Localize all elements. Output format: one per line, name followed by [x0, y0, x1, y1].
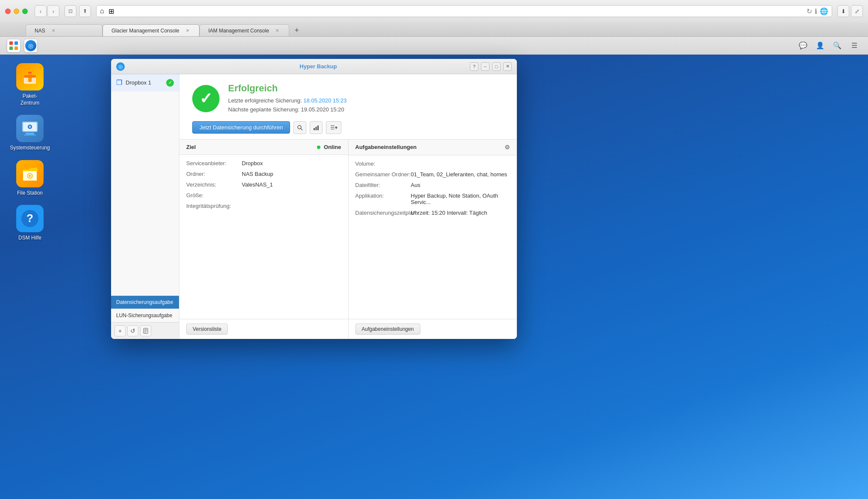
hyper-backup-icon: ◎: [25, 40, 36, 51]
aufgaben-settings-icon[interactable]: ⚙: [504, 144, 510, 151]
svg-point-14: [29, 125, 31, 128]
traffic-lights: [5, 9, 28, 14]
hb-sidebar: ❐ Dropbox 1 ✓ Datensicherungsaufgabe LUN…: [111, 74, 179, 339]
download-icon-btn[interactable]: ⬇: [837, 5, 849, 17]
restore-button[interactable]: □: [492, 62, 501, 71]
svg-rect-3: [15, 47, 18, 50]
table-row: Dateifilter: Aus: [355, 182, 510, 188]
table-row: Volume:: [355, 160, 510, 167]
tab-nas[interactable]: NAS ✕: [26, 24, 103, 36]
aufgabeneinstellungen-button[interactable]: Aufgabeneinstellungen: [355, 324, 420, 335]
svg-rect-0: [9, 41, 13, 45]
aufgaben-panel: Aufgabeneinstellungen ⚙ Volume: Gemeinsa…: [349, 140, 517, 339]
user-button[interactable]: 👤: [813, 39, 827, 53]
serviceanbieter-label: Serviceanbieter:: [186, 160, 242, 166]
status-area: ✓ Erfolgreich Letzte erfolgreiche Sicher…: [179, 74, 517, 121]
reload-icon[interactable]: ↻: [806, 7, 812, 15]
desktop-icons: Paket- Zentrum Systemsteuerung: [13, 63, 47, 242]
last-backup-label: Letzte erfolgreiche Sicherung:: [228, 97, 302, 104]
title-bar: ‹ › ⊡ ⬆ ⌂ ⊞ ↻ ℹ 🌐 ⬇ ⤢: [0, 0, 868, 22]
search-button[interactable]: 🔍: [830, 39, 844, 53]
desktop-icon-dsm-hilfe[interactable]: ? DSM Hilfe: [13, 205, 47, 242]
versionsliste-button[interactable]: Versionsliste: [186, 324, 228, 335]
log-icon: [143, 328, 149, 334]
apps-grid-icon: [9, 41, 18, 50]
window-controls: ? − □ ✕: [470, 62, 512, 71]
address-bar[interactable]: ⌂ ⊞ ↻ ℹ 🌐: [96, 5, 832, 17]
hb-panels: Ziel Online Serviceanbieter: Dropbox: [179, 139, 517, 339]
sidebar-dropbox-item[interactable]: ❐ Dropbox 1 ✓: [111, 74, 179, 91]
hb-main-content: ✓ Erfolgreich Letzte erfolgreiche Sicher…: [179, 74, 517, 339]
search-versions-icon: [297, 125, 303, 131]
nas-apps-button[interactable]: [7, 39, 21, 53]
expand-icon-btn[interactable]: ⤢: [851, 5, 863, 17]
applikation-label: Applikation:: [355, 193, 411, 205]
success-icon: ✓: [192, 85, 220, 112]
svg-rect-7: [24, 75, 36, 78]
lun-sicherungsaufgabe-item[interactable]: LUN-Sicherungsaufgabe: [111, 309, 179, 322]
share-button[interactable]: ⬆: [79, 5, 91, 17]
tab-nas-close[interactable]: ✕: [50, 28, 56, 34]
chat-button[interactable]: 💬: [796, 39, 810, 53]
desktop-icon-systemsteuerung[interactable]: Systemsteuerung: [13, 115, 47, 152]
info-icon[interactable]: ℹ: [815, 7, 817, 15]
online-dot: [317, 146, 320, 149]
fullscreen-window-button[interactable]: [22, 9, 28, 14]
desktop-icon-file-station[interactable]: File Station: [13, 160, 47, 197]
close-button[interactable]: ✕: [503, 62, 512, 71]
table-row: Serviceanbieter: Dropbox: [186, 160, 341, 166]
restore-task-button[interactable]: ↺: [127, 325, 138, 336]
nas-backup-button[interactable]: ◎: [24, 39, 38, 53]
url-input[interactable]: [117, 8, 804, 14]
ziel-panel-footer: Versionsliste: [179, 319, 348, 339]
home-icon: ⌂: [100, 7, 104, 15]
log-button[interactable]: [140, 325, 151, 336]
aufgaben-panel-body: Volume: Gemeinsamer Ordner: 01_Team, 02_…: [349, 155, 517, 319]
gemeinsamer-ordner-value: 01_Team, 02_Lieferanten, chat, homes: [411, 171, 507, 178]
minimize-window-button[interactable]: [14, 9, 19, 14]
sidebar-toggle-button[interactable]: ⊡: [65, 5, 76, 17]
tab-glacier-close[interactable]: ✕: [185, 28, 191, 34]
dropbox-icon: ❐: [116, 79, 122, 87]
add-tab-button[interactable]: +: [291, 24, 303, 36]
systemsteuerung-icon-img: [16, 115, 44, 142]
aufgaben-header-title: Aufgabeneinstellungen: [355, 144, 417, 150]
desktop: Paket- Zentrum Systemsteuerung: [0, 55, 868, 499]
ziel-panel-body: Serviceanbieter: Dropbox Ordner: NAS Bac…: [179, 155, 348, 319]
nas-bar: ◎ 💬 👤 🔍 ☰: [0, 37, 868, 55]
paket-icon-img: [16, 63, 44, 90]
volume-label: Volume:: [355, 160, 411, 167]
zeitplan-label: Datensicherungszeitplan:: [355, 210, 411, 216]
close-window-button[interactable]: [5, 9, 11, 14]
tab-iam[interactable]: IAM Management Console ✕: [199, 24, 289, 36]
next-backup-label: Nächste geplante Sicherung:: [228, 106, 299, 113]
run-backup-button[interactable]: Jetzt Datensicherung durchführen: [192, 121, 290, 134]
aufgaben-panel-header: Aufgabeneinstellungen ⚙: [349, 140, 517, 155]
tab-bar: NAS ✕ Glacier Management Console ✕ IAM M…: [0, 22, 868, 37]
sidebar-bottom: Datensicherungsaufgabe LUN-Sicherungsauf…: [111, 295, 179, 339]
tab-glacier-label: Glacier Management Console: [111, 28, 179, 34]
hyper-backup-window: ◎ Hyper Backup ? − □ ✕ ❐ Dropbox 1 ✓ Dat…: [111, 59, 517, 339]
more-options-button[interactable]: ☰▾: [326, 121, 341, 134]
chart-button[interactable]: [310, 121, 323, 134]
hb-toolbar: Jetzt Datensicherung durchführen: [179, 121, 517, 139]
sidebar-button[interactable]: ☰: [847, 39, 861, 53]
online-label: Online: [324, 144, 341, 150]
search-versions-button[interactable]: [293, 121, 306, 134]
help-button[interactable]: ?: [470, 62, 478, 71]
forward-button[interactable]: ›: [47, 5, 59, 17]
ordner-value: NAS Backup: [242, 171, 273, 177]
last-backup-link[interactable]: 18.05.2020 15:23: [303, 97, 346, 104]
globe-icon[interactable]: 🌐: [820, 7, 828, 15]
more-options-icon: ☰▾: [330, 125, 337, 131]
add-task-button[interactable]: +: [114, 325, 126, 336]
browser-chrome: ‹ › ⊡ ⬆ ⌂ ⊞ ↻ ℹ 🌐 ⬇ ⤢ NAS ✕ Glacier Mana…: [0, 0, 868, 37]
desktop-icon-paket[interactable]: Paket- Zentrum: [13, 63, 47, 106]
datensicherungsaufgabe-item[interactable]: Datensicherungsaufgabe: [111, 296, 179, 309]
zeitplan-value: Uhrzeit: 15:20 Intervall: Täglich: [411, 210, 487, 216]
tab-glacier[interactable]: Glacier Management Console ✕: [103, 24, 199, 36]
sidebar-toolbar: + ↺: [111, 322, 179, 339]
tab-iam-close[interactable]: ✕: [274, 28, 280, 34]
minimize-button[interactable]: −: [481, 62, 490, 71]
back-button[interactable]: ‹: [35, 5, 47, 17]
